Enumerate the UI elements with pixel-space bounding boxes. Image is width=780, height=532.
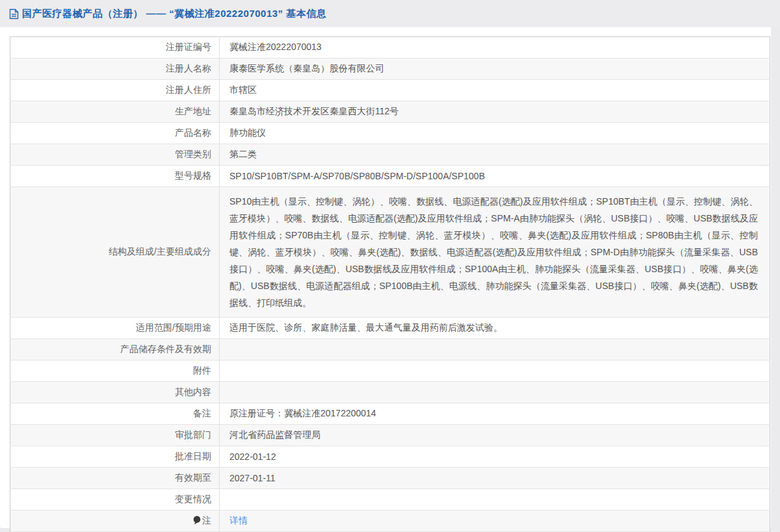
- row-label: 其他内容: [10, 382, 220, 403]
- row-label: 注: [10, 511, 220, 532]
- row-value: 秦皇岛市经济技术开发区秦皇西大街112号: [220, 101, 770, 123]
- row-label: 适用范围/预期用途: [10, 318, 220, 339]
- table-row: 批准日期2022-01-12: [10, 446, 770, 468]
- table-row: 产品名称肺功能仪: [10, 123, 770, 144]
- row-label: 注册证编号: [10, 37, 220, 58]
- row-label: 审批部门: [10, 425, 220, 446]
- row-value: SP10由主机（显示、控制键、涡轮）、咬嘴、数据线、电源适配器(选配)及应用软件…: [220, 187, 770, 318]
- row-label: 备注: [10, 403, 220, 425]
- table-row: 适用范围/预期用途适用于医院、诊所、家庭肺活量、最大通气量及用药前后激发试验。: [10, 318, 770, 339]
- table-row: 产品储存条件及有效期: [10, 339, 770, 361]
- row-label: 有效期至: [10, 468, 220, 489]
- row-value: [220, 361, 770, 382]
- row-value: [220, 489, 770, 511]
- row-value: 河北省药品监督管理局: [220, 425, 770, 446]
- row-value: 适用于医院、诊所、家庭肺活量、最大通气量及用药前后激发试验。: [220, 318, 770, 339]
- row-label: 附件: [10, 361, 220, 382]
- table-row: 注册人名称康泰医学系统（秦皇岛）股份有限公司: [10, 58, 770, 80]
- row-label: 批准日期: [10, 446, 220, 468]
- row-label: 管理类别: [10, 144, 220, 166]
- content-panel: 注册证编号冀械注准20222070013注册人名称康泰医学系统（秦皇岛）股份有限…: [0, 27, 771, 528]
- note-bubble-icon: [193, 516, 201, 527]
- page-header: 国产医疗器械产品（注册） —— “冀械注准20222070013” 基本信息: [0, 0, 780, 27]
- row-value: 原注册证号：冀械注准20172200014: [220, 403, 770, 425]
- row-label: 注册人名称: [10, 58, 220, 80]
- row-value: SP10/SP10BT/SPM-A/SP70B/SP80B/SPM-D/SP10…: [220, 166, 770, 187]
- table-row: 管理类别第二类: [10, 144, 770, 166]
- table-row: 有效期至2027-01-11: [10, 468, 770, 489]
- row-label: 注册人住所: [10, 80, 220, 101]
- table-row: 其他内容: [10, 382, 770, 403]
- row-value: 2027-01-11: [220, 468, 770, 489]
- details-link[interactable]: 详情: [229, 515, 248, 526]
- row-value: 肺功能仪: [220, 123, 770, 144]
- table-row: 备注原注册证号：冀械注准20172200014: [10, 403, 770, 425]
- row-value: 第二类: [220, 144, 770, 166]
- row-value: [220, 339, 770, 361]
- table-row: 生产地址秦皇岛市经济技术开发区秦皇西大街112号: [10, 101, 770, 123]
- table-row: 结构及组成/主要组成成分SP10由主机（显示、控制键、涡轮）、咬嘴、数据线、电源…: [10, 187, 770, 318]
- table-row: 型号规格SP10/SP10BT/SPM-A/SP70B/SP80B/SPM-D/…: [10, 166, 770, 187]
- table-row: 附件: [10, 361, 770, 382]
- table-row: 变更情况: [10, 489, 770, 511]
- row-value: 2022-01-12: [220, 446, 770, 468]
- row-label: 结构及组成/主要组成成分: [10, 187, 220, 318]
- page-title: 国产医疗器械产品（注册） —— “冀械注准20222070013” 基本信息: [22, 8, 326, 20]
- document-icon: [9, 8, 19, 19]
- row-value: [220, 382, 770, 403]
- row-label: 变更情况: [10, 489, 220, 511]
- registration-info-table: 注册证编号冀械注准20222070013注册人名称康泰医学系统（秦皇岛）股份有限…: [10, 36, 770, 532]
- row-label: 型号规格: [10, 166, 220, 187]
- row-label: 产品储存条件及有效期: [10, 339, 220, 361]
- table-row: 注详情: [10, 511, 770, 532]
- row-value: 康泰医学系统（秦皇岛）股份有限公司: [220, 58, 770, 80]
- row-value: 详情: [220, 511, 770, 532]
- table-row: 审批部门河北省药品监督管理局: [10, 425, 770, 446]
- row-label: 产品名称: [10, 123, 220, 144]
- row-label: 生产地址: [10, 101, 220, 123]
- registration-table-body: 注册证编号冀械注准20222070013注册人名称康泰医学系统（秦皇岛）股份有限…: [10, 37, 770, 532]
- row-value: 冀械注准20222070013: [220, 37, 770, 58]
- table-row: 注册证编号冀械注准20222070013: [10, 37, 770, 58]
- row-value: 市辖区: [220, 80, 770, 101]
- table-row: 注册人住所市辖区: [10, 80, 770, 101]
